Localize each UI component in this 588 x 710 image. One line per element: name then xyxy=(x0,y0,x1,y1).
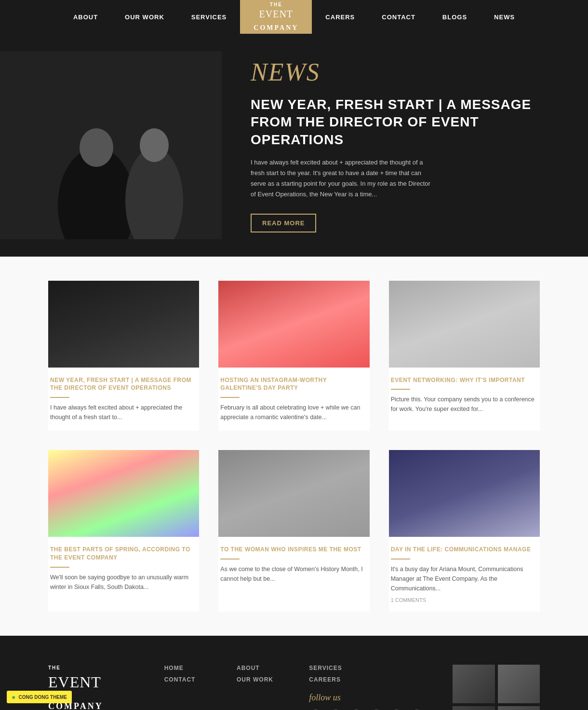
cong-dong-badge: CONG DONG THEME xyxy=(7,691,72,703)
nav-blogs[interactable]: BLOGS xyxy=(429,0,481,34)
blog-card: THE BEST PARTS OF SPRING, ACCORDING TO T… xyxy=(48,450,199,612)
blog-card-divider xyxy=(50,397,69,398)
blog-card-excerpt: Picture this. Your company sends you to … xyxy=(391,395,538,414)
blog-card: DAY IN THE LIFE: COMMUNICATIONS MANAGE I… xyxy=(389,450,540,612)
hero-section: NEWS NEW YEAR, FRESH START | A MESSAGE F… xyxy=(0,34,588,257)
footer-link-our-work[interactable]: OUR WORK xyxy=(237,676,280,683)
nav-carers[interactable]: CARERS xyxy=(312,0,368,34)
cong-dong-label: CONG DONG THEME xyxy=(18,695,67,700)
gallery-img-1 xyxy=(453,665,494,703)
blog-card-title[interactable]: THE BEST PARTS OF SPRING, ACCORDING TO T… xyxy=(50,546,197,562)
blog-card-title[interactable]: HOSTING AN INSTAGRAM-WORTHY GALENTINE'S … xyxy=(220,376,367,393)
blog-card-title[interactable]: NEW YEAR, FRESH START | A MESSAGE FROM T… xyxy=(50,376,197,393)
nav-services[interactable]: SERVICES xyxy=(178,0,241,34)
blog-card-title[interactable]: DAY IN THE LIFE: COMMUNICATIONS MANAGE xyxy=(391,546,538,554)
blog-card-divider xyxy=(391,389,410,390)
site-footer: THE eventCOMPANY The Event Company is th… xyxy=(0,636,588,710)
nav-logo[interactable]: THE eventCOMPANY xyxy=(240,0,312,34)
hero-content: NEWS NEW YEAR, FRESH START | A MESSAGE F… xyxy=(222,34,588,257)
read-more-button[interactable]: READ MORE xyxy=(251,214,316,232)
footer-links-col2: ABOUT OUR WORK xyxy=(237,665,280,710)
blog-card-excerpt: It's a busy day for Ariana Mount, Commun… xyxy=(391,564,538,593)
hero-image xyxy=(0,51,222,239)
main-nav: ABOUT OUR WORK SERVICES THE eventCOMPANY… xyxy=(0,0,588,34)
blog-card: NEW YEAR, FRESH START | A MESSAGE FROM T… xyxy=(48,281,199,431)
blog-card: TO THE WOMAN WHO INSPIRES ME THE MOST As… xyxy=(218,450,369,612)
blog-card-divider xyxy=(220,397,240,398)
blog-card: EVENT NETWORKING: WHY IT'S IMPORTANT Pic… xyxy=(389,281,540,431)
blog-card-image xyxy=(389,281,540,368)
nav-our-work[interactable]: OUR WORK xyxy=(111,0,178,34)
nav-about[interactable]: ABOUT xyxy=(60,0,111,34)
blog-card-image xyxy=(389,450,540,537)
blog-card-excerpt: As we come to the close of Women's Histo… xyxy=(220,564,367,584)
blog-card-image xyxy=(218,281,369,368)
nav-news[interactable]: NEWS xyxy=(481,0,528,34)
footer-gallery xyxy=(453,665,540,710)
news-graphic: NEWS xyxy=(251,58,559,86)
gallery-img-4 xyxy=(498,706,540,710)
footer-link-services[interactable]: SERVICES xyxy=(309,665,424,671)
blog-card: HOSTING AN INSTAGRAM-WORTHY GALENTINE'S … xyxy=(218,281,369,431)
blog-card-comments: 1 COMMENTS xyxy=(391,597,538,603)
blog-card-title[interactable]: TO THE WOMAN WHO INSPIRES ME THE MOST xyxy=(220,546,367,554)
footer-gallery-col xyxy=(453,665,540,710)
nav-contact[interactable]: CONTACT xyxy=(368,0,429,34)
footer-link-contact[interactable]: CONTACT xyxy=(164,676,208,683)
footer-top: THE eventCOMPANY The Event Company is th… xyxy=(48,665,540,710)
follow-us-label: follow us xyxy=(309,693,424,703)
blog-card-excerpt: We'll soon be saying goodbye to an unusu… xyxy=(50,573,197,592)
blog-card-image xyxy=(48,281,199,368)
blog-card-divider xyxy=(50,567,69,568)
footer-link-home[interactable]: HOME xyxy=(164,665,208,671)
blog-grid: NEW YEAR, FRESH START | A MESSAGE FROM T… xyxy=(48,281,540,612)
gallery-img-3 xyxy=(453,706,494,710)
hero-post-excerpt: I have always felt excited about + appre… xyxy=(251,157,434,200)
blog-card-excerpt: February is all about celebrating love +… xyxy=(220,403,367,422)
blog-card-image xyxy=(218,450,369,537)
blog-grid-section: NEW YEAR, FRESH START | A MESSAGE FROM T… xyxy=(0,257,588,636)
blog-card-title[interactable]: EVENT NETWORKING: WHY IT'S IMPORTANT xyxy=(391,376,538,384)
blog-card-divider xyxy=(391,559,410,560)
footer-links-col3: SERVICES CAREERS follow us f ◎ ♪ ✕ P in xyxy=(309,665,424,710)
footer-link-about[interactable]: ABOUT xyxy=(237,665,280,671)
gallery-img-2 xyxy=(498,665,540,703)
blog-card-divider xyxy=(220,559,240,560)
footer-links-col1: HOME CONTACT xyxy=(164,665,208,710)
footer-link-careers[interactable]: CAREERS xyxy=(309,676,424,683)
hero-post-title: NEW YEAR, FRESH START | A MESSAGE FROM T… xyxy=(251,96,559,149)
blog-card-image xyxy=(48,450,199,537)
blog-card-excerpt: I have always felt excited about + appre… xyxy=(50,403,197,422)
